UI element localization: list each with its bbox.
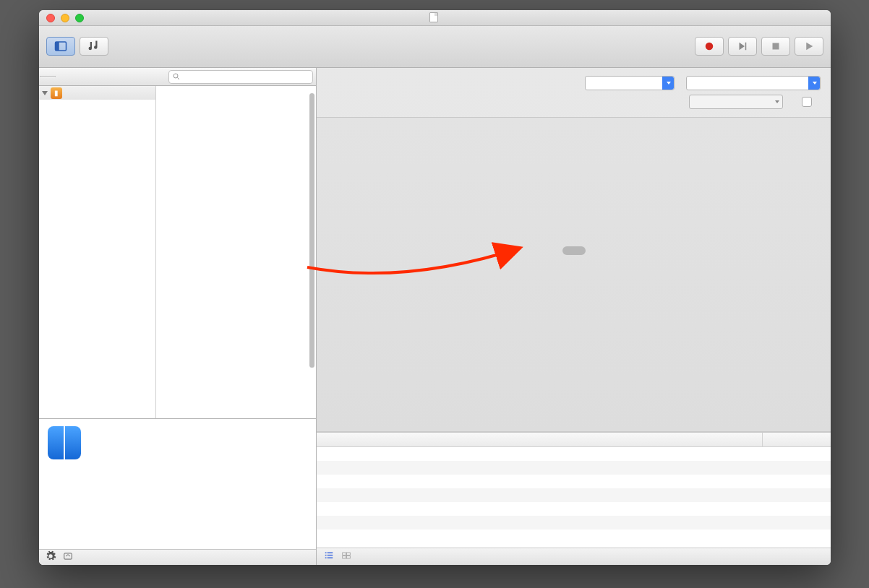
- svg-point-2: [706, 42, 714, 50]
- svg-rect-1: [56, 42, 59, 51]
- record-icon: [703, 40, 716, 53]
- stop-icon: [769, 40, 782, 53]
- action-list[interactable]: [156, 86, 316, 418]
- titlebar: [39, 10, 831, 26]
- svg-rect-14: [347, 553, 351, 555]
- finder-icon: [48, 426, 81, 459]
- workflow-footer: [317, 548, 831, 565]
- library-icon: ▮: [51, 87, 62, 99]
- svg-rect-4: [773, 43, 779, 49]
- log-rows: [317, 447, 831, 548]
- svg-rect-3: [745, 42, 747, 50]
- input-is-select[interactable]: [689, 95, 783, 109]
- library-tabs: [39, 68, 316, 86]
- media-icon: [87, 40, 100, 53]
- workflow-config: [317, 68, 831, 118]
- svg-rect-10: [328, 555, 333, 556]
- play-icon: [802, 40, 816, 53]
- step-toolbar-button[interactable]: [728, 37, 757, 57]
- svg-rect-13: [343, 553, 346, 555]
- svg-rect-16: [347, 556, 351, 559]
- duration-column-header[interactable]: [763, 433, 831, 446]
- document-icon: [429, 12, 438, 22]
- in-application-select[interactable]: [686, 76, 821, 90]
- svg-point-5: [174, 74, 178, 78]
- svg-rect-9: [325, 555, 327, 556]
- svg-rect-8: [328, 552, 333, 553]
- grid-view-icon[interactable]: [340, 550, 353, 563]
- workflow-pane: [317, 68, 831, 565]
- gear-icon[interactable]: [45, 550, 56, 564]
- svg-rect-11: [325, 557, 327, 558]
- library-pane: ▮: [39, 68, 317, 565]
- search-input[interactable]: [168, 70, 313, 84]
- tab-variables[interactable]: [56, 75, 74, 78]
- tab-actions[interactable]: [40, 76, 56, 77]
- disclosure-triangle-icon[interactable]: [42, 91, 48, 95]
- stop-toolbar-button[interactable]: [761, 37, 790, 57]
- library-footer: [39, 549, 316, 565]
- service-receives-select[interactable]: [585, 76, 675, 90]
- canvas-placeholder-text: [562, 246, 586, 255]
- svg-rect-7: [325, 552, 327, 553]
- sidebar-icon: [54, 40, 67, 53]
- workflow-canvas[interactable]: [317, 118, 831, 432]
- log-panel: [317, 432, 831, 548]
- expand-icon[interactable]: [62, 551, 74, 563]
- automator-window: ▮: [39, 10, 831, 565]
- library-toolbar-button[interactable]: [46, 37, 75, 57]
- search-icon: [172, 72, 181, 81]
- window-title: [39, 12, 831, 23]
- record-toolbar-button[interactable]: [695, 37, 724, 57]
- log-column-header[interactable]: [317, 433, 763, 446]
- toolbar: [39, 26, 831, 68]
- svg-rect-12: [328, 557, 333, 558]
- scrollbar[interactable]: [309, 93, 314, 368]
- run-toolbar-button[interactable]: [795, 37, 823, 57]
- library-tree[interactable]: ▮: [39, 86, 156, 418]
- output-replaces-checkbox[interactable]: [802, 97, 812, 107]
- action-info-panel: [39, 419, 316, 549]
- tree-library-root[interactable]: ▮: [39, 86, 155, 100]
- list-view-icon[interactable]: [322, 550, 335, 563]
- step-icon: [736, 40, 749, 53]
- media-toolbar-button[interactable]: [80, 37, 108, 57]
- svg-rect-15: [343, 556, 346, 559]
